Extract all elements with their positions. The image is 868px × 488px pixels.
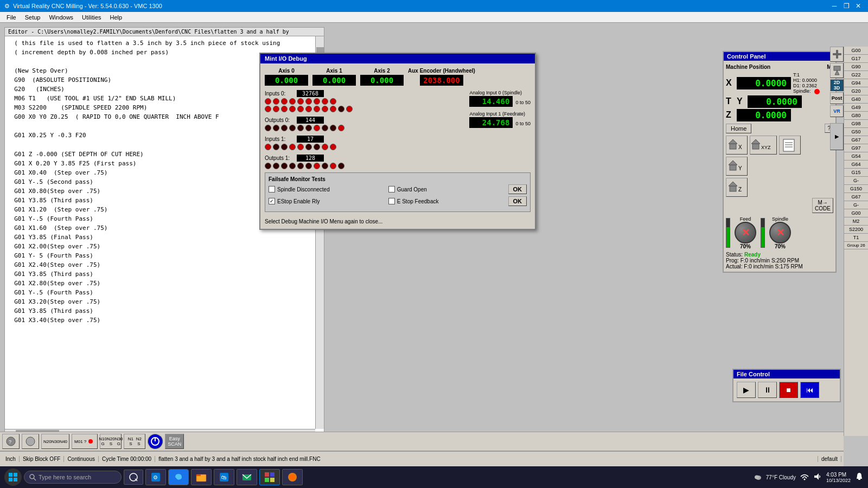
feed-knob[interactable]: ✕	[735, 222, 756, 243]
gcode-btn-G00[interactable]: G00	[844, 47, 868, 55]
svg-point-47	[290, 474, 295, 480]
close-button[interactable]: ✕	[853, 1, 864, 11]
weather-info	[753, 472, 762, 482]
gcode-btn-group[interactable]: Group 26	[844, 242, 868, 249]
ok-button-2[interactable]: OK	[508, 196, 527, 206]
gcode-btn-G67[interactable]: G67	[844, 136, 868, 144]
taskbar-btn-store[interactable]: 🛍	[214, 469, 234, 485]
file-btn-pause[interactable]: ⏸	[758, 382, 777, 398]
start-button[interactable]	[4, 468, 22, 486]
windows-taskbar: Type here to search ⚙ 🛍	[0, 466, 868, 488]
taskbar-btn-search[interactable]	[124, 470, 143, 485]
inputs0-leds	[265, 98, 463, 105]
toolbar-m01-btn[interactable]: M01 ?	[72, 434, 98, 449]
gcode-btn-G150[interactable]: G150	[844, 185, 868, 193]
toolbar-btn2[interactable]	[22, 434, 39, 449]
guard-open-checkbox[interactable]	[388, 186, 395, 192]
spindle-knob[interactable]: ✕	[769, 222, 791, 243]
estop-feedback-checkbox[interactable]	[388, 198, 395, 204]
taskbar-btn-edge[interactable]	[168, 469, 189, 485]
view-btn-2d[interactable]: 2D3D	[830, 79, 844, 91]
gcode-btn-T1[interactable]: T1	[844, 234, 868, 242]
home-xyz-button[interactable]: XYZ	[750, 136, 777, 155]
taskbar-btn-mail[interactable]	[237, 469, 257, 485]
view-btn-icon2[interactable]	[830, 63, 844, 78]
menu-file[interactable]: File	[2, 13, 21, 22]
toolbar-btn1[interactable]: ?	[2, 434, 20, 449]
taskbar-btn-app1[interactable]: ⚙	[145, 469, 166, 485]
gcode-btn-S2200[interactable]: S2200	[844, 226, 868, 234]
outputs1-leds	[265, 163, 463, 169]
menu-help[interactable]: Help	[106, 13, 127, 22]
gcode-btn-G97[interactable]: G97	[844, 144, 868, 152]
axis2-group: Axis 2 0.000	[360, 68, 404, 86]
led	[305, 144, 312, 150]
view-btn-icon1[interactable]	[830, 47, 844, 62]
file-btn-stop[interactable]: ■	[779, 382, 798, 398]
menu-setup[interactable]: Setup	[21, 13, 45, 22]
view-btn-vr[interactable]: VR	[830, 105, 844, 117]
gcode-btn-G50[interactable]: G50	[844, 128, 868, 136]
home-button[interactable]: Home	[726, 124, 751, 133]
taskbar-btn-cnc[interactable]	[259, 469, 280, 485]
view-btn-post[interactable]: Post	[830, 92, 844, 104]
svg-rect-6	[783, 139, 794, 151]
gcode-btn-Gm1[interactable]: G-	[844, 177, 868, 185]
drill-icon	[832, 65, 843, 76]
view-btn-arrow[interactable]: ▶	[830, 123, 844, 150]
menu-utilities[interactable]: Utilities	[78, 13, 105, 22]
toolbar-n20-btn[interactable]: N20N30N40	[41, 434, 69, 449]
led	[305, 106, 312, 112]
file-btn-play[interactable]: ▶	[737, 382, 756, 398]
toolbar-scan-btn[interactable]	[148, 434, 163, 449]
taskbar-btn-browser[interactable]	[282, 469, 303, 485]
gcode-btn-G49[interactable]: G49	[844, 104, 868, 112]
estop-enable-rly-checkbox[interactable]	[269, 198, 275, 204]
search-box[interactable]: Type here to search	[24, 471, 122, 484]
notifications-icon[interactable]	[855, 472, 864, 482]
weather-temp: 77°F Cloudy	[766, 474, 796, 480]
easy-scan-btn[interactable]: EasySCAN	[165, 434, 184, 449]
gcode-btn-G00b[interactable]: G00	[844, 209, 868, 217]
gcode-btn-G94[interactable]: G94	[844, 79, 868, 87]
gcode-btn-G20[interactable]: G20	[844, 87, 868, 95]
led	[265, 106, 271, 112]
red-circle-icon	[86, 439, 95, 444]
ok-button-1[interactable]: OK	[508, 184, 527, 194]
gcode-btn-G80[interactable]: G80	[844, 112, 868, 120]
home-file-button[interactable]	[779, 136, 801, 155]
gcode-btn-G90[interactable]: G90	[844, 63, 868, 71]
gcode-btn-G22[interactable]: G22	[844, 71, 868, 79]
toolbar-n15-btn[interactable]: N1 SN2 S	[124, 434, 145, 449]
gcode-btn-G17[interactable]: G17	[844, 55, 868, 63]
windows-icon	[8, 472, 18, 482]
spacer	[830, 118, 844, 123]
h1-label: H1: 0.0000	[793, 78, 820, 83]
led	[289, 144, 296, 150]
file-btn-rewind[interactable]: ⏮	[800, 382, 819, 398]
svg-rect-17	[833, 53, 841, 55]
inputs-outputs-section: Inputs 0: 32768	[265, 90, 463, 169]
menu-windows[interactable]: Windows	[44, 13, 78, 22]
minimize-button[interactable]: ─	[829, 1, 840, 11]
gcode-btn-G54[interactable]: G54	[844, 152, 868, 160]
gcode-btn-G15[interactable]: G15	[844, 169, 868, 177]
gcode-btn-G98[interactable]: G98	[844, 120, 868, 128]
gcode-btn-G67b[interactable]: G67	[844, 193, 868, 201]
spindle-disconnected-checkbox[interactable]	[269, 186, 275, 192]
gcode-btn-M2[interactable]: M2	[844, 217, 868, 226]
restore-button[interactable]: ❐	[841, 1, 852, 11]
led	[281, 98, 288, 105]
home-z-button[interactable]: Z	[726, 178, 748, 197]
mint-dialog-titlebar[interactable]: Mint I/O Debug	[260, 54, 535, 63]
gcode-btn-G64[interactable]: G64	[844, 160, 868, 169]
gcode-btn-Gm2[interactable]: G-	[844, 201, 868, 209]
home-x-button[interactable]: X	[726, 136, 748, 155]
feed-spindle-section: Feed ✕ 70% Spindle ✕ 70%	[726, 216, 833, 249]
home-y-button[interactable]: Y	[726, 157, 748, 176]
toolbar-n10-btn[interactable]: N10 GN20 SN30 G	[100, 434, 122, 449]
search-placeholder: Type here to search	[39, 474, 91, 480]
taskbar-btn-explorer[interactable]	[191, 469, 212, 485]
gcode-btn-G40[interactable]: G40	[844, 95, 868, 104]
mcode-button[interactable]: M→CODE	[812, 198, 833, 213]
